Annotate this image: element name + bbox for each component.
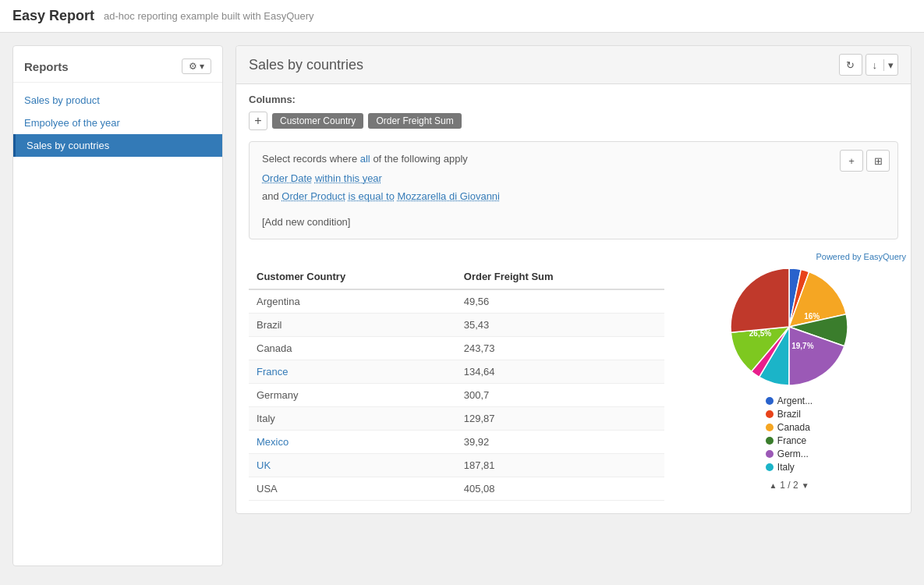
add-condition-button[interactable]: + xyxy=(840,150,863,172)
powered-by-link[interactable]: Powered by EasyQuery xyxy=(236,249,911,264)
table-row: Germany300,7 xyxy=(249,384,664,407)
column-tag-customer-country[interactable]: Customer Country xyxy=(272,113,363,129)
sidebar-item-employee-of-year[interactable]: Empolyee of the year xyxy=(13,112,222,134)
pie-svg xyxy=(727,264,851,389)
legend-dot xyxy=(766,424,774,431)
pie-label-197: 19,7% xyxy=(791,342,813,350)
app-header: Easy Report ad-hoc reporting example bui… xyxy=(0,0,924,33)
report-panel-body: Columns: + Customer Country Order Freigh… xyxy=(236,84,911,249)
table-row: Canada243,73 xyxy=(249,337,664,360)
legend-dot xyxy=(766,463,774,471)
table-cell-freight: 129,87 xyxy=(456,407,664,431)
sidebar-item-sales-by-countries[interactable]: Sales by countries xyxy=(13,134,222,157)
add-new-condition-link[interactable]: [Add new condition] xyxy=(262,216,350,228)
table-row: UK187,81 xyxy=(249,454,664,477)
download-arrow-icon: ▾ xyxy=(884,59,897,71)
table-cell-freight: 39,92 xyxy=(456,431,664,454)
sidebar-title: Reports xyxy=(24,60,69,73)
table-cell-country: Mexico xyxy=(249,431,456,454)
pie-legend: Argent...BrazilCanadaFranceGerm...Italy xyxy=(766,395,812,475)
table-cell-country: USA xyxy=(249,477,456,501)
table-row: USA405,08 xyxy=(249,477,664,501)
table-cell-freight: 187,81 xyxy=(456,454,664,477)
legend-dot xyxy=(766,397,774,405)
condition-row-1: Order Date within this year xyxy=(262,172,885,184)
cond1-operator-link[interactable]: within this year xyxy=(315,172,382,184)
table-row: Brazil35,43 xyxy=(249,314,664,337)
table-cell-freight: 134,64 xyxy=(456,360,664,384)
legend-prev-arrow[interactable]: ▲ xyxy=(769,481,777,490)
table-row: Mexico39,92 xyxy=(249,431,664,454)
report-panel-header: Sales by countries ↻ ↓ ▾ xyxy=(236,46,911,84)
cond2-prefix: and xyxy=(262,190,281,202)
legend-item: Brazil xyxy=(766,409,812,420)
refresh-button[interactable]: ↻ xyxy=(839,54,862,76)
sidebar-items: Sales by productEmpolyee of the yearSale… xyxy=(13,89,222,157)
app-subtitle: ad-hoc reporting example built with Easy… xyxy=(104,10,314,22)
results-area: Customer Country Order Freight Sum Argen… xyxy=(236,264,911,513)
download-button[interactable]: ↓ ▾ xyxy=(866,54,899,76)
conditions-box: + ⊞ Select records where all of the foll… xyxy=(249,141,898,239)
table-cell-freight: 300,7 xyxy=(456,384,664,407)
cond1-field-link[interactable]: Order Date xyxy=(262,172,312,184)
legend-label: Italy xyxy=(777,462,795,473)
sidebar: Reports ⚙ ▾ Sales by productEmpolyee of … xyxy=(12,45,223,566)
conditions-header: Select records where all of the followin… xyxy=(262,153,885,165)
condition-row-2: and Order Product is equal to Mozzarella… xyxy=(262,190,885,202)
legend-dot xyxy=(766,437,774,445)
legend-pagination: ▲ 1 / 2 ▼ xyxy=(769,480,809,491)
table-cell-country: Germany xyxy=(249,384,456,407)
pie-slice-usa xyxy=(731,268,789,332)
table-cell-country: Argentina xyxy=(249,289,456,314)
report-title: Sales by countries xyxy=(249,57,363,73)
pie-chart: 26,5% 16% 19,7% xyxy=(727,264,851,389)
conditions-of-label: of the following apply xyxy=(373,153,467,165)
table-row: Italy129,87 xyxy=(249,407,664,431)
legend-item: France xyxy=(766,435,812,446)
columns-label: Columns: xyxy=(249,94,898,105)
conditions-intro: Select records where xyxy=(262,153,360,165)
cond2-operator-link[interactable]: is equal to xyxy=(349,190,395,202)
main-layout: Reports ⚙ ▾ Sales by productEmpolyee of … xyxy=(0,33,924,579)
col-header-country: Customer Country xyxy=(249,264,456,289)
table-cell-country: Italy xyxy=(249,407,456,431)
legend-item: Argent... xyxy=(766,395,812,406)
column-tag-order-freight-sum[interactable]: Order Freight Sum xyxy=(368,113,461,129)
legend-page: 1 / 2 xyxy=(780,480,798,491)
table-row: France134,64 xyxy=(249,360,664,384)
gear-button[interactable]: ⚙ ▾ xyxy=(182,58,211,74)
legend-label: France xyxy=(777,435,806,446)
add-column-button[interactable]: + xyxy=(249,112,267,130)
table-cell-freight: 35,43 xyxy=(456,314,664,337)
sidebar-item-sales-by-product[interactable]: Sales by product xyxy=(13,89,222,112)
legend-label: Brazil xyxy=(777,409,801,420)
legend-label: Canada xyxy=(777,422,810,433)
legend-next-arrow[interactable]: ▼ xyxy=(802,481,809,490)
conditions-all-link[interactable]: all xyxy=(360,153,370,165)
cond2-field-link[interactable]: Order Product xyxy=(281,190,345,202)
conditions-corner-buttons: + ⊞ xyxy=(840,150,890,172)
main-panel: Sales by countries ↻ ↓ ▾ Columns: + Cust… xyxy=(235,45,912,566)
legend-item: Italy xyxy=(766,462,812,473)
legend-item: Canada xyxy=(766,422,812,433)
table-body: Argentina49,56Brazil35,43Canada243,73Fra… xyxy=(249,289,664,501)
cond2-value-link[interactable]: Mozzarella di Giovanni xyxy=(397,190,500,202)
table-cell-country: UK xyxy=(249,454,456,477)
legend-item: Germ... xyxy=(766,448,812,459)
table-cell-country: Canada xyxy=(249,337,456,360)
results-table: Customer Country Order Freight Sum Argen… xyxy=(249,264,664,501)
report-actions: ↻ ↓ ▾ xyxy=(839,54,899,76)
download-icon: ↓ xyxy=(866,59,885,71)
table-cell-freight: 243,73 xyxy=(456,337,664,360)
expand-condition-button[interactable]: ⊞ xyxy=(866,150,890,172)
table-cell-freight: 49,56 xyxy=(456,289,664,314)
table-row: Argentina49,56 xyxy=(249,289,664,314)
col-header-freight: Order Freight Sum xyxy=(456,264,664,289)
table-header-row: Customer Country Order Freight Sum xyxy=(249,264,664,289)
report-panel: Sales by countries ↻ ↓ ▾ Columns: + Cust… xyxy=(235,45,912,514)
sidebar-header: Reports ⚙ ▾ xyxy=(13,55,222,83)
table-cell-freight: 405,08 xyxy=(456,477,664,501)
add-condition-row: [Add new condition] xyxy=(262,208,885,228)
legend-label: Argent... xyxy=(777,395,812,406)
pie-label-16: 16% xyxy=(804,312,820,321)
